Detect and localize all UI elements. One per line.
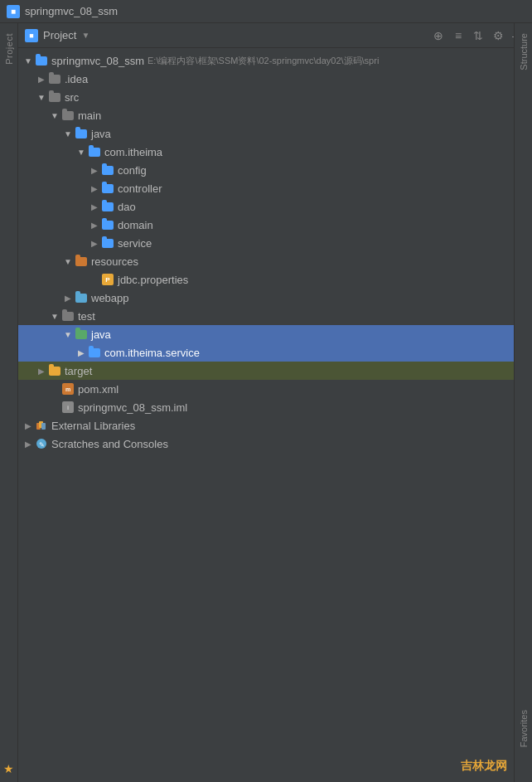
- list-item[interactable]: ▶ service: [18, 234, 532, 252]
- item-label: controller: [118, 182, 162, 195]
- collapse-button[interactable]: ≡: [451, 28, 466, 43]
- list-item[interactable]: ▶ i springmvc_08_ssm.iml: [18, 398, 532, 416]
- item-label: External Libraries: [51, 420, 135, 432]
- folder-icon: [101, 182, 114, 195]
- folder-icon: [61, 309, 75, 323]
- item-label: main: [78, 109, 101, 122]
- list-item[interactable]: ▼ test: [18, 307, 532, 325]
- arrow-icon: ▼: [35, 90, 48, 104]
- item-label: domain: [118, 219, 153, 231]
- folder-icon: [101, 200, 114, 213]
- panel-header: ■ Project ▼ ⊕ ≡ ⇅ ⚙ —: [18, 23, 532, 48]
- file-icon: i: [61, 401, 75, 414]
- folder-icon: [75, 291, 88, 304]
- list-item[interactable]: ▶ config: [18, 161, 532, 179]
- folder-icon: [75, 328, 88, 341]
- folder-icon: [48, 364, 61, 377]
- app-icon: ■: [7, 5, 20, 18]
- root-label: springmvc_08_ssm: [51, 55, 144, 67]
- item-label: Scratches and Consoles: [51, 438, 168, 450]
- item-label: src: [65, 91, 79, 104]
- list-item[interactable]: ▶ P jdbc.properties: [18, 270, 532, 289]
- arrow-icon: ▼: [61, 255, 75, 268]
- arrow-icon: ▶: [88, 236, 101, 250]
- ext-libs-icon: [35, 419, 48, 432]
- star-icon[interactable]: ★: [3, 762, 14, 775]
- folder-icon: [88, 145, 101, 158]
- folder-icon: [48, 72, 61, 85]
- file-icon: P: [101, 273, 114, 286]
- folder-icon: [101, 236, 114, 250]
- watermark: 吉林龙网: [461, 759, 507, 774]
- list-item[interactable]: ▶ domain: [18, 216, 532, 234]
- arrow-icon: ▼: [48, 109, 61, 122]
- item-label: target: [65, 365, 92, 377]
- list-item[interactable]: ▶ controller: [18, 179, 532, 197]
- item-label: .idea: [65, 73, 88, 85]
- locate-button[interactable]: ⊕: [431, 28, 446, 43]
- list-item[interactable]: ▶ com.itheima.service: [18, 343, 532, 362]
- favorites-tab[interactable]: Favorites: [516, 700, 531, 757]
- list-item[interactable]: ▶ .idea: [18, 70, 532, 88]
- arrow-icon: ▶: [22, 419, 35, 432]
- list-item[interactable]: ▼ com.itheima: [18, 143, 532, 161]
- root-arrow: ▼: [22, 54, 35, 67]
- folder-icon: [88, 346, 101, 359]
- arrow-icon: ▶: [22, 437, 35, 450]
- arrow-icon: ▼: [61, 328, 75, 341]
- panel-actions: ⊕ ≡ ⇅ ⚙ —: [431, 28, 525, 43]
- folder-icon: [75, 255, 88, 268]
- list-item[interactable]: ▶ External Libraries: [18, 416, 532, 435]
- item-label: com.itheima: [104, 146, 162, 158]
- svg-rect-4: [41, 423, 46, 430]
- svg-text:✎: ✎: [39, 441, 45, 449]
- structure-tab[interactable]: Structure: [516, 23, 531, 80]
- list-item[interactable]: ▼ java: [18, 325, 532, 343]
- item-label: config: [118, 164, 147, 177]
- list-item[interactable]: ▶ m pom.xml: [18, 380, 532, 398]
- arrow-icon: ▼: [61, 127, 75, 140]
- panel-dropdown-arrow[interactable]: ▼: [81, 31, 89, 40]
- panel-title: Project: [43, 29, 76, 41]
- project-panel: ■ Project ▼ ⊕ ≡ ⇅ ⚙ — ▼ springmvc_08_ssm…: [18, 23, 532, 782]
- arrow-icon: ▶: [88, 163, 101, 177]
- list-item[interactable]: ▶ dao: [18, 197, 532, 216]
- sort-button[interactable]: ⇅: [471, 28, 486, 43]
- list-item[interactable]: ▼ resources: [18, 252, 532, 270]
- folder-icon: [61, 109, 75, 122]
- list-item[interactable]: ▼ src: [18, 88, 532, 106]
- item-label: resources: [91, 255, 138, 268]
- arrow-icon: ▶: [88, 182, 101, 195]
- item-label: dao: [118, 201, 136, 213]
- tree-root[interactable]: ▼ springmvc_08_ssm E:\编程内容\框架\SSM资料\02-s…: [18, 51, 532, 70]
- file-icon: m: [61, 382, 75, 396]
- arrow-icon: ▶: [35, 72, 48, 85]
- list-item[interactable]: ▶ webapp: [18, 289, 532, 307]
- left-sidebar: Project: [0, 23, 18, 782]
- item-label: test: [78, 310, 95, 323]
- item-label: java: [91, 328, 111, 341]
- item-label: service: [118, 237, 152, 250]
- root-icon: [35, 54, 48, 67]
- scratches-icon: ✎: [35, 437, 48, 450]
- project-tab[interactable]: Project: [2, 27, 17, 71]
- item-label: pom.xml: [78, 383, 118, 396]
- arrow-icon: ▶: [35, 364, 48, 377]
- main-layout: Project ■ Project ▼ ⊕ ≡ ⇅ ⚙ — ▼: [0, 23, 532, 782]
- arrow-icon: ▶: [75, 346, 88, 359]
- list-item[interactable]: ▶ target: [18, 362, 532, 380]
- arrow-icon: ▶: [88, 218, 101, 231]
- list-item[interactable]: ▼ java: [18, 124, 532, 143]
- item-label: springmvc_08_ssm.iml: [78, 401, 187, 414]
- panel-icon: ■: [25, 29, 38, 42]
- list-item[interactable]: ▶ ✎ Scratches and Consoles: [18, 435, 532, 453]
- list-item[interactable]: ▼ main: [18, 106, 532, 124]
- arrow-icon: ▶: [61, 291, 75, 304]
- item-label: com.itheima.service: [104, 347, 200, 359]
- arrow-icon: ▼: [75, 145, 88, 158]
- right-sidebar: Structure Favorites: [514, 23, 532, 782]
- settings-button[interactable]: ⚙: [491, 28, 505, 43]
- file-tree: ▼ springmvc_08_ssm E:\编程内容\框架\SSM资料\02-s…: [18, 48, 532, 782]
- title-bar: ■ springmvc_08_ssm: [0, 0, 532, 23]
- item-label: jdbc.properties: [118, 274, 188, 286]
